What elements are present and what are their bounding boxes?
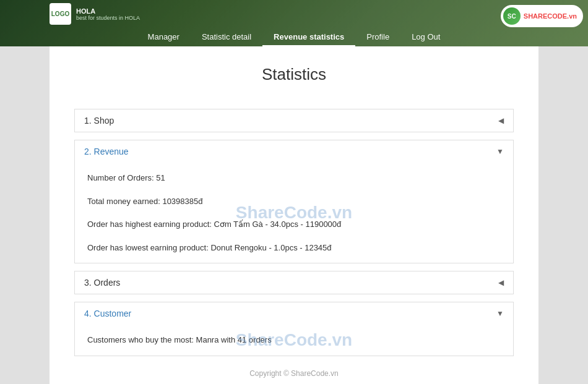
header-banner: LOGO HOLA best for students in HOLA Mana… bbox=[0, 0, 588, 46]
section-revenue: 2. Revenue ▼ ShareCode.vn Number of Orde… bbox=[74, 140, 514, 263]
section-shop-label: 1. Shop bbox=[84, 116, 114, 126]
section-orders: 3. Orders ◀ bbox=[74, 271, 514, 294]
nav-logout[interactable]: Log Out bbox=[400, 27, 451, 46]
collapse-arrow-shop: ◀ bbox=[498, 116, 504, 125]
accordion-header-shop[interactable]: 1. Shop ◀ bbox=[74, 109, 514, 132]
section-revenue-label: 2. Revenue bbox=[84, 147, 129, 156]
accordion-header-revenue[interactable]: 2. Revenue ▼ bbox=[74, 140, 514, 163]
navigation: Manager Statistic detail Revenue statist… bbox=[0, 27, 588, 46]
nav-profile[interactable]: Profile bbox=[355, 27, 400, 46]
sharecode-icon: SC bbox=[503, 7, 521, 25]
accordion-header-customer[interactable]: 4. Customer ▼ bbox=[74, 302, 514, 325]
revenue-highest-product: Order has highest earning product: Cơm T… bbox=[87, 218, 501, 231]
section-shop: 1. Shop ◀ bbox=[74, 109, 514, 132]
revenue-orders-count: Number of Orders: 51 bbox=[87, 172, 501, 184]
sharecode-text: SHARECODE.vn bbox=[524, 12, 577, 20]
section-customer: 4. Customer ▼ ShareCode.vn Customers who… bbox=[74, 302, 514, 356]
logo-subtitle: best for students in HOLA bbox=[76, 15, 140, 21]
accordion-header-orders[interactable]: 3. Orders ◀ bbox=[74, 271, 514, 294]
accordion-body-revenue: ShareCode.vn Number of Orders: 51 Total … bbox=[74, 163, 514, 263]
expand-arrow-customer: ▼ bbox=[496, 309, 504, 318]
nav-revenue-statistics[interactable]: Revenue statistics bbox=[262, 27, 355, 46]
sharecode-badge: SC SHARECODE.vn bbox=[501, 5, 583, 27]
main-content: Statistics 1. Shop ◀ 2. Revenue ▼ ShareC… bbox=[50, 46, 538, 384]
section-orders-label: 3. Orders bbox=[84, 278, 120, 288]
logo-area: LOGO HOLA best for students in HOLA bbox=[50, 3, 140, 25]
revenue-lowest-product: Order has lowest earning product: Donut … bbox=[87, 242, 501, 254]
expand-arrow-revenue: ▼ bbox=[496, 147, 504, 156]
page-title: Statistics bbox=[74, 65, 514, 84]
collapse-arrow-orders: ◀ bbox=[498, 278, 504, 287]
section-customer-label: 4. Customer bbox=[84, 309, 131, 318]
revenue-total-money: Total money earned: 10398385đ bbox=[87, 195, 501, 208]
nav-manager[interactable]: Manager bbox=[137, 27, 191, 46]
logo-title: HOLA bbox=[76, 7, 140, 15]
customer-top-buyer: Customers who buy the most: Manra with 4… bbox=[87, 334, 501, 346]
nav-statistic-detail[interactable]: Statistic detail bbox=[191, 27, 262, 46]
accordion-body-customer: ShareCode.vn Customers who buy the most:… bbox=[74, 325, 514, 356]
